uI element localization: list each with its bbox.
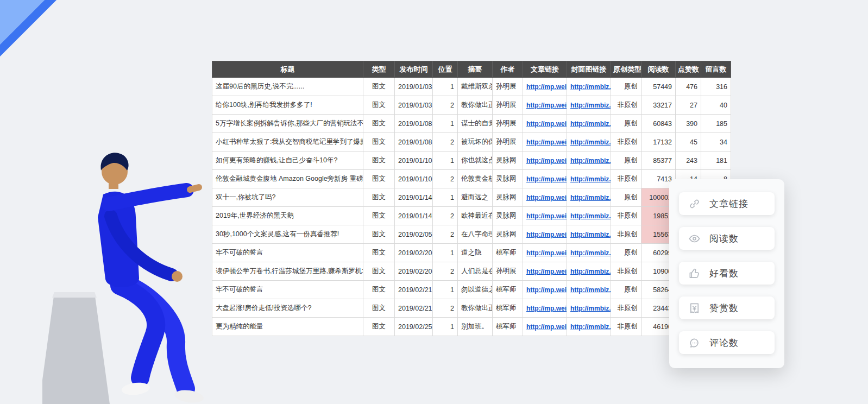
table-row: 2019年,世界经济的黑天鹅图文2019/01/142欧神最近在吐灵脉网http… [212, 207, 731, 225]
column-header: 阅读数 [641, 61, 676, 78]
cell-link[interactable]: http://mp.weix [523, 170, 567, 188]
article-link[interactable]: http://mp.weix [526, 138, 567, 146]
cover-link[interactable]: http://mmbiz.c [570, 175, 611, 183]
cell-link[interactable]: http://mp.weix [523, 318, 567, 336]
cell-comments: 316 [701, 78, 731, 96]
column-header: 作者 [493, 61, 523, 78]
cell-pos: 2 [433, 96, 458, 115]
column-header: 类型 [363, 61, 395, 78]
cell-cover[interactable]: http://mmbiz.c [567, 78, 611, 96]
cover-link[interactable]: http://mmbiz.c [570, 212, 611, 220]
cell-cover[interactable]: http://mmbiz.c [567, 152, 611, 170]
article-link[interactable]: http://mp.weix [526, 231, 567, 238]
cell-title: 小红书种草太狠了:我从交智商税笔记里学到了爆款套 [212, 133, 363, 152]
cover-link[interactable]: http://mmbiz.c [570, 305, 611, 312]
cell-type: 图文 [363, 152, 395, 170]
cell-cover[interactable]: http://mmbiz.c [567, 170, 611, 188]
article-link[interactable]: http://mp.weix [526, 157, 567, 165]
cell-author: 灵脉网 [493, 170, 523, 188]
cell-cover[interactable]: http://mmbiz.c [567, 96, 611, 115]
cell-link[interactable]: http://mp.weix [523, 281, 567, 299]
menu-item-reward-count[interactable]: 赞赏数 [679, 296, 775, 319]
cell-pos: 1 [433, 188, 458, 207]
cell-cover[interactable]: http://mmbiz.c [567, 299, 611, 318]
reward-icon [688, 301, 701, 314]
cell-link[interactable]: http://mp.weix [523, 152, 567, 170]
article-link[interactable]: http://mp.weix [526, 212, 567, 220]
cell-link[interactable]: http://mp.weix [523, 299, 567, 318]
cell-cover[interactable]: http://mmbiz.c [567, 318, 611, 336]
article-link[interactable]: http://mp.weix [526, 305, 567, 312]
table-row: 给你100块,别再给我发拼多多了!图文2019/01/032教你做出正确孙明展h… [212, 96, 731, 115]
cell-orig: 原创 [611, 188, 641, 207]
cover-link[interactable]: http://mmbiz.c [570, 157, 611, 165]
menu-item-article-link[interactable]: 文章链接 [679, 192, 775, 215]
cover-link[interactable]: http://mmbiz.c [570, 249, 611, 257]
article-link[interactable]: http://mp.weix [526, 249, 567, 257]
menu-item-read-count[interactable]: 阅读数 [679, 227, 775, 250]
cell-cover[interactable]: http://mmbiz.c [567, 281, 611, 299]
cell-orig: 原创 [611, 281, 641, 299]
cell-orig: 非原创 [611, 299, 641, 318]
article-link[interactable]: http://mp.weix [526, 175, 567, 183]
table-row: 双十一,你被坑了吗?图文2019/01/141避而远之灵脉网http://mp.… [212, 188, 731, 207]
cell-orig: 原创 [611, 78, 641, 96]
cell-type: 图文 [363, 133, 395, 152]
cell-link[interactable]: http://mp.weix [523, 188, 567, 207]
cell-date: 2019/01/14 [395, 188, 433, 207]
cell-title: 读伊顿公学万卷书,行温莎城堡万里路,赚希斯罗机场 [212, 262, 363, 281]
cover-link[interactable]: http://mmbiz.c [570, 83, 611, 91]
cover-link[interactable]: http://mmbiz.c [570, 138, 611, 146]
cell-cover[interactable]: http://mmbiz.c [567, 244, 611, 262]
article-link[interactable]: http://mp.weix [526, 286, 567, 294]
cell-reads: 33217 [641, 96, 676, 115]
link-icon [688, 197, 701, 210]
cell-author: 桃军师 [493, 318, 523, 336]
article-link[interactable]: http://mp.weix [526, 323, 567, 331]
table-row: 更为精纯的能量图文2019/02/251别加班。桃军师http://mp.wei… [212, 318, 731, 336]
cell-pos: 1 [433, 152, 458, 170]
cell-type: 图文 [363, 115, 395, 133]
cell-summary: 伦敦黄金核心 [458, 170, 493, 188]
article-link[interactable]: http://mp.weix [526, 83, 567, 91]
cell-link[interactable]: http://mp.weix [523, 96, 567, 115]
cover-link[interactable]: http://mmbiz.c [570, 194, 611, 201]
cover-link[interactable]: http://mmbiz.c [570, 102, 611, 109]
menu-item-label: 文章链接 [709, 198, 749, 210]
cell-link[interactable]: http://mp.weix [523, 225, 567, 244]
article-link[interactable]: http://mp.weix [526, 102, 567, 109]
article-link[interactable]: http://mp.weix [526, 120, 567, 128]
cell-author: 孙明展 [493, 133, 523, 152]
cell-cover[interactable]: http://mmbiz.c [567, 188, 611, 207]
cover-link[interactable]: http://mmbiz.c [570, 286, 611, 294]
cell-link[interactable]: http://mp.weix [523, 133, 567, 152]
cover-link[interactable]: http://mmbiz.c [570, 120, 611, 128]
cover-link[interactable]: http://mmbiz.c [570, 268, 611, 275]
article-link[interactable]: http://mp.weix [526, 268, 567, 275]
cell-link[interactable]: http://mp.weix [523, 244, 567, 262]
cell-cover[interactable]: http://mmbiz.c [567, 133, 611, 152]
cell-title: 双十一,你被坑了吗? [212, 188, 363, 207]
cell-link[interactable]: http://mp.weix [523, 262, 567, 281]
column-header: 文章链接 [523, 61, 567, 78]
article-link[interactable]: http://mp.weix [526, 194, 567, 201]
cell-link[interactable]: http://mp.weix [523, 78, 567, 96]
cell-cover[interactable]: http://mmbiz.c [567, 225, 611, 244]
cell-cover[interactable]: http://mmbiz.c [567, 207, 611, 225]
cell-link[interactable]: http://mp.weix [523, 115, 567, 133]
table-row: 伦敦金融城黄金腹地 Amazon Google旁新房 重磅发售图文2019/01… [212, 170, 731, 188]
menu-item-comment-count[interactable]: 评论数 [679, 331, 775, 354]
field-menu: 文章链接 阅读数 好看数 赞赏数 评论数 [669, 179, 784, 368]
cover-link[interactable]: http://mmbiz.c [570, 231, 611, 238]
menu-item-like-count[interactable]: 好看数 [679, 262, 775, 285]
cell-pos: 1 [433, 244, 458, 262]
table-row: 5万字增长案例拆解告诉你,那些大厂的营销玩法不过如图文2019/01/081谋士… [212, 115, 731, 133]
cell-link[interactable]: http://mp.weix [523, 207, 567, 225]
cell-title: 这届90后的黑历史,说不完...... [212, 78, 363, 96]
comment-icon [688, 336, 701, 349]
cell-comments: 185 [701, 115, 731, 133]
cell-author: 灵脉网 [493, 225, 523, 244]
cover-link[interactable]: http://mmbiz.c [570, 323, 611, 331]
cell-cover[interactable]: http://mmbiz.c [567, 262, 611, 281]
cell-cover[interactable]: http://mmbiz.c [567, 115, 611, 133]
